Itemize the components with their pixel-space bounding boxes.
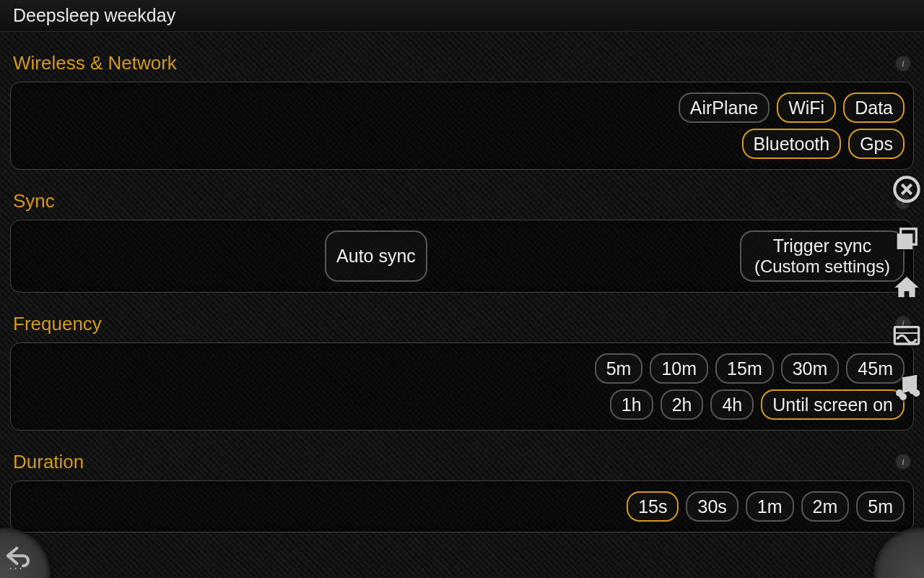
home-icon[interactable] bbox=[891, 272, 923, 303]
section-label-sync: Sync bbox=[13, 190, 55, 212]
chip-freq-5m[interactable]: 5m bbox=[595, 353, 643, 384]
chip-dur-2m[interactable]: 2m bbox=[801, 491, 850, 522]
chip-auto-sync[interactable]: Auto sync bbox=[325, 230, 427, 282]
svg-rect-4 bbox=[897, 233, 913, 249]
side-toolbar bbox=[891, 173, 923, 402]
back-icon bbox=[3, 542, 33, 572]
info-icon[interactable]: i bbox=[895, 56, 911, 72]
chip-freq-1h[interactable]: 1h bbox=[610, 389, 653, 420]
chip-airplane[interactable]: AirPlane bbox=[679, 92, 770, 123]
section-header-frequency: Frequency i bbox=[10, 307, 914, 342]
chip-bluetooth[interactable]: Bluetooth bbox=[742, 129, 842, 159]
music-icon[interactable] bbox=[891, 370, 923, 402]
svg-point-11 bbox=[14, 568, 16, 569]
section-label-duration: Duration bbox=[13, 451, 84, 473]
chip-freq-2h[interactable]: 2h bbox=[661, 389, 704, 420]
panel-frequency: 5m 10m 15m 30m 45m 1h 2h 4h Until screen… bbox=[10, 342, 914, 431]
chip-freq-10m[interactable]: 10m bbox=[650, 353, 708, 384]
chip-dur-30s[interactable]: 30s bbox=[686, 491, 738, 522]
svg-point-12 bbox=[19, 568, 21, 569]
chip-gps[interactable]: Gps bbox=[848, 129, 905, 159]
panel-duration: 15s 30s 1m 2m 5m bbox=[10, 480, 914, 532]
chip-freq-15m[interactable]: 15m bbox=[715, 353, 774, 384]
svg-point-6 bbox=[896, 389, 903, 397]
svg-point-10 bbox=[9, 568, 11, 569]
titlebar: Deepsleep weekday bbox=[0, 0, 924, 32]
chip-trigger-sync-line1: Trigger sync bbox=[773, 235, 872, 256]
chip-dur-5m[interactable]: 5m bbox=[856, 491, 905, 522]
chip-trigger-sync[interactable]: Trigger sync (Custom settings) bbox=[740, 230, 905, 282]
map-icon[interactable] bbox=[891, 321, 923, 353]
close-icon[interactable] bbox=[891, 173, 923, 205]
section-header-duration: Duration i bbox=[10, 445, 914, 480]
chip-freq-4h[interactable]: 4h bbox=[710, 389, 754, 420]
section-label-frequency: Frequency bbox=[13, 313, 102, 335]
page-title: Deepsleep weekday bbox=[13, 5, 175, 26]
info-icon[interactable]: i bbox=[895, 454, 911, 470]
chip-dur-1m[interactable]: 1m bbox=[746, 491, 794, 522]
content: Wireless & Network i AirPlane WiFi Data … bbox=[0, 32, 924, 578]
chip-trigger-sync-line2: (Custom settings) bbox=[754, 256, 890, 277]
skip-next-icon bbox=[921, 542, 924, 572]
chip-data[interactable]: Data bbox=[843, 92, 905, 123]
panel-wireless: AirPlane WiFi Data Bluetooth Gps bbox=[10, 82, 914, 170]
section-label-wireless: Wireless & Network bbox=[13, 52, 177, 74]
chip-freq-until[interactable]: Until screen on bbox=[761, 389, 905, 420]
panel-sync: Auto sync Trigger sync (Custom settings) bbox=[10, 220, 914, 293]
chip-freq-30m[interactable]: 30m bbox=[781, 353, 840, 384]
window-icon[interactable] bbox=[891, 223, 923, 254]
chip-wifi[interactable]: WiFi bbox=[777, 92, 836, 123]
section-header-sync: Sync i bbox=[10, 184, 914, 220]
chip-dur-15s[interactable]: 15s bbox=[627, 491, 679, 522]
section-header-wireless: Wireless & Network i bbox=[10, 46, 914, 82]
